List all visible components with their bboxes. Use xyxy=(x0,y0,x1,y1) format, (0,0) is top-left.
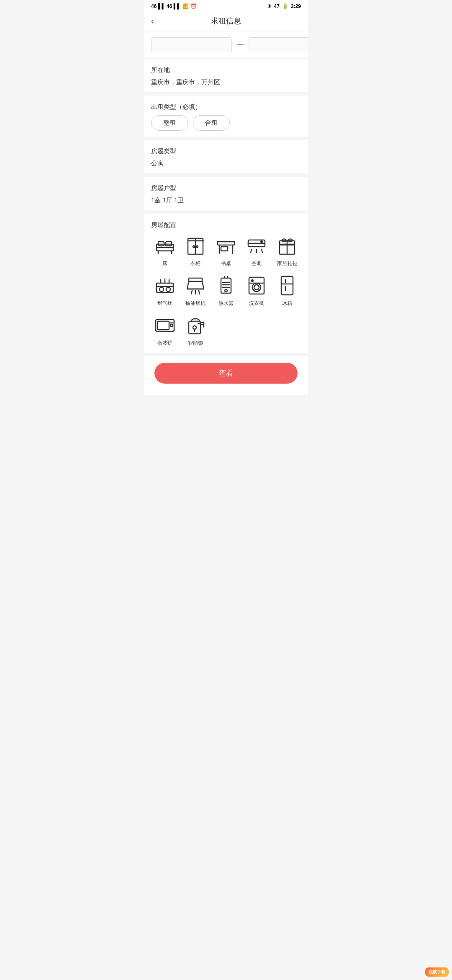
time: 2:29 xyxy=(291,3,301,9)
status-right: ✳ 47 🔋 2:29 xyxy=(267,3,301,9)
appliance-desk[interactable]: 书桌 xyxy=(212,234,239,267)
view-button[interactable]: 查看 xyxy=(154,363,298,384)
fridge-label: 冰箱 xyxy=(282,300,292,307)
appliance-ac[interactable]: 空调 xyxy=(243,234,270,267)
appliance-heater[interactable]: 热水器 xyxy=(212,274,239,307)
price-dash: — xyxy=(237,41,244,49)
main-content: — 元 所在地 重庆市，重庆市，万州区 出租类型（必填） 整租 合租 房屋类型 … xyxy=(144,31,308,356)
microwave-icon xyxy=(153,314,177,337)
svg-rect-15 xyxy=(221,247,228,251)
wifi-icon: 📶 xyxy=(182,3,189,9)
location-label: 所在地 xyxy=(151,66,301,74)
bottom-bar: 查看 xyxy=(144,356,308,395)
smartlock-label: 智能锁 xyxy=(188,340,203,347)
price-range-row: — 元 xyxy=(144,31,308,59)
house-type-label: 房屋类型 xyxy=(151,147,301,155)
svg-rect-37 xyxy=(221,278,231,293)
battery-icon: 🔋 xyxy=(282,3,288,9)
rent-type-whole[interactable]: 整租 xyxy=(151,115,188,131)
rent-type-shared[interactable]: 合租 xyxy=(193,115,230,131)
appliance-gift[interactable]: 家居礼包 xyxy=(274,234,301,267)
signal-text: 46 ▌▌ 46 ▌▌ xyxy=(151,3,181,9)
house-layout-section: 房屋户型 1室 1厅 1卫 xyxy=(144,177,308,214)
gift-icon xyxy=(275,234,299,258)
desk-icon xyxy=(214,234,238,258)
facilities-section: 房屋配置 床 xyxy=(144,214,308,356)
heater-label: 热水器 xyxy=(218,300,234,307)
house-type-value: 公寓 xyxy=(151,160,301,168)
svg-point-8 xyxy=(193,246,195,248)
svg-point-27 xyxy=(159,287,164,291)
bed-label: 床 xyxy=(162,260,167,267)
price-max-input[interactable] xyxy=(249,37,308,52)
hood-icon xyxy=(184,274,207,297)
header: ‹ 求租信息 xyxy=(144,11,308,31)
price-min-input[interactable] xyxy=(151,37,232,52)
appliance-hood[interactable]: 抽油烟机 xyxy=(182,274,209,307)
appliance-smartlock[interactable]: 智能锁 xyxy=(182,314,209,347)
microwave-label: 微波炉 xyxy=(157,340,172,347)
stove-label: 燃气灶 xyxy=(157,300,172,307)
status-left: 46 ▌▌ 46 ▌▌ 📶 ⏰ xyxy=(151,3,197,9)
svg-line-35 xyxy=(199,291,200,294)
svg-rect-25 xyxy=(157,283,173,292)
location-value: 重庆市，重庆市，万州区 xyxy=(151,78,301,86)
appliance-bed[interactable]: 床 xyxy=(151,234,178,267)
svg-line-33 xyxy=(191,291,192,294)
facilities-label: 房屋配置 xyxy=(151,221,301,229)
wardrobe-label: 衣柜 xyxy=(190,260,200,267)
appliance-washer[interactable]: 洗衣机 xyxy=(243,274,270,307)
heater-icon xyxy=(214,274,238,297)
location-section: 所在地 重庆市，重庆市，万州区 xyxy=(144,59,308,95)
fridge-icon xyxy=(275,274,299,297)
smartlock-icon xyxy=(184,314,207,337)
house-layout-label: 房屋户型 xyxy=(151,184,301,192)
svg-point-28 xyxy=(166,287,170,291)
appliance-stove[interactable]: 燃气灶 xyxy=(151,274,178,307)
appliances-grid: 床 衣柜 xyxy=(151,234,301,347)
gift-label: 家居礼包 xyxy=(277,260,297,267)
rent-type-label: 出租类型（必填） xyxy=(151,103,301,111)
svg-point-47 xyxy=(252,280,253,281)
appliance-microwave[interactable]: 微波炉 xyxy=(151,314,178,347)
svg-point-43 xyxy=(225,289,227,292)
appliance-fridge[interactable]: 冰箱 xyxy=(274,274,301,307)
svg-point-55 xyxy=(170,324,173,327)
svg-rect-49 xyxy=(281,276,293,295)
page-title: 求租信息 xyxy=(151,16,301,26)
ac-label: 空调 xyxy=(252,260,262,267)
back-button[interactable]: ‹ xyxy=(151,16,154,26)
wardrobe-icon xyxy=(184,234,207,258)
alarm-icon: ⏰ xyxy=(190,3,197,9)
stove-icon xyxy=(153,274,177,297)
desk-label: 书桌 xyxy=(221,260,231,267)
svg-line-18 xyxy=(251,249,252,253)
washer-icon xyxy=(245,274,268,297)
bed-icon xyxy=(153,234,177,258)
svg-point-46 xyxy=(254,285,259,290)
washer-label: 洗衣机 xyxy=(249,300,264,307)
svg-line-20 xyxy=(262,249,262,253)
bluetooth-icon: ✳ xyxy=(267,3,272,9)
house-layout-value: 1室 1厅 1卫 xyxy=(151,196,301,204)
appliance-wardrobe[interactable]: 衣柜 xyxy=(182,234,209,267)
svg-point-21 xyxy=(261,241,262,242)
status-bar: 46 ▌▌ 46 ▌▌ 📶 ⏰ ✳ 47 🔋 2:29 xyxy=(144,0,308,11)
rent-type-section: 出租类型（必填） 整租 合租 xyxy=(144,95,308,140)
ac-icon xyxy=(245,234,268,258)
house-type-section: 房屋类型 公寓 xyxy=(144,140,308,177)
hood-label: 抽油烟机 xyxy=(185,300,205,307)
svg-rect-54 xyxy=(157,321,169,330)
battery-level: 47 xyxy=(274,3,280,9)
svg-point-9 xyxy=(196,246,198,248)
rent-type-options: 整租 合租 xyxy=(151,115,301,131)
